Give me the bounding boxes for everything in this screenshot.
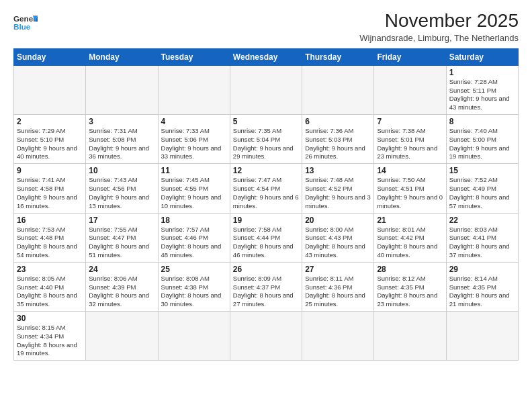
day-number: 3: [89, 117, 154, 126]
day-number: 6: [305, 117, 371, 126]
day-info: Sunrise: 7:57 AMSunset: 4:46 PMDaylight:…: [161, 226, 227, 260]
page: General Blue November 2025 Wijnandsrade,…: [0, 0, 532, 411]
calendar-cell: 5Sunrise: 7:35 AMSunset: 5:04 PMDaylight…: [230, 115, 302, 164]
calendar-cell: [158, 65, 230, 114]
day-info: Sunrise: 7:53 AMSunset: 4:48 PMDaylight:…: [17, 226, 83, 260]
day-number: 4: [161, 117, 227, 126]
day-info: Sunrise: 7:45 AMSunset: 4:55 PMDaylight:…: [161, 176, 227, 210]
day-info: Sunrise: 7:38 AMSunset: 5:01 PMDaylight:…: [377, 127, 443, 161]
day-info: Sunrise: 7:52 AMSunset: 4:49 PMDaylight:…: [449, 176, 515, 210]
weekday-header-row: SundayMondayTuesdayWednesdayThursdayFrid…: [14, 48, 519, 65]
day-number: 9: [17, 166, 83, 175]
week-row-2: 9Sunrise: 7:41 AMSunset: 4:58 PMDaylight…: [14, 164, 519, 213]
calendar-cell: 22Sunrise: 8:03 AMSunset: 4:41 PMDayligh…: [446, 213, 518, 262]
day-number: 2: [17, 117, 83, 126]
day-number: 15: [449, 166, 515, 175]
day-number: 20: [305, 216, 371, 225]
day-info: Sunrise: 8:06 AMSunset: 4:39 PMDaylight:…: [89, 275, 154, 309]
day-number: 21: [377, 216, 443, 225]
calendar-cell: [374, 65, 446, 114]
day-number: 28: [377, 265, 443, 274]
day-number: 18: [161, 216, 227, 225]
calendar-cell: 8Sunrise: 7:40 AMSunset: 5:00 PMDaylight…: [446, 115, 518, 164]
weekday-monday: Monday: [86, 48, 158, 65]
header: General Blue November 2025 Wijnandsrade,…: [13, 11, 519, 43]
day-number: 1: [449, 68, 515, 77]
weekday-sunday: Sunday: [14, 48, 86, 65]
day-number: 16: [17, 216, 83, 225]
day-number: 27: [305, 265, 371, 274]
day-info: Sunrise: 8:05 AMSunset: 4:40 PMDaylight:…: [17, 275, 83, 309]
day-info: Sunrise: 8:01 AMSunset: 4:42 PMDaylight:…: [377, 226, 443, 260]
day-info: Sunrise: 8:11 AMSunset: 4:36 PMDaylight:…: [305, 275, 371, 309]
day-info: Sunrise: 7:35 AMSunset: 5:04 PMDaylight:…: [233, 127, 299, 161]
weekday-saturday: Saturday: [446, 48, 518, 65]
day-info: Sunrise: 7:36 AMSunset: 5:03 PMDaylight:…: [305, 127, 371, 161]
day-number: 7: [377, 117, 443, 126]
calendar-cell: 10Sunrise: 7:43 AMSunset: 4:56 PMDayligh…: [86, 164, 158, 213]
day-info: Sunrise: 7:43 AMSunset: 4:56 PMDaylight:…: [89, 176, 154, 210]
calendar-cell: [158, 312, 230, 361]
day-number: 5: [233, 117, 299, 126]
day-info: Sunrise: 8:09 AMSunset: 4:37 PMDaylight:…: [233, 275, 299, 309]
day-info: Sunrise: 7:31 AMSunset: 5:08 PMDaylight:…: [89, 127, 154, 161]
day-info: Sunrise: 8:12 AMSunset: 4:35 PMDaylight:…: [377, 275, 443, 309]
day-number: 10: [89, 166, 154, 175]
subtitle: Wijnandsrade, Limburg, The Netherlands: [359, 33, 519, 43]
day-info: Sunrise: 8:15 AMSunset: 4:34 PMDaylight:…: [17, 324, 83, 358]
week-row-0: 1Sunrise: 7:28 AMSunset: 5:11 PMDaylight…: [14, 65, 519, 114]
day-number: 24: [89, 265, 154, 274]
week-row-1: 2Sunrise: 7:29 AMSunset: 5:10 PMDaylight…: [14, 115, 519, 164]
weekday-friday: Friday: [374, 48, 446, 65]
calendar-cell: 14Sunrise: 7:50 AMSunset: 4:51 PMDayligh…: [374, 164, 446, 213]
calendar-cell: 9Sunrise: 7:41 AMSunset: 4:58 PMDaylight…: [14, 164, 86, 213]
day-info: Sunrise: 8:08 AMSunset: 4:38 PMDaylight:…: [161, 275, 227, 309]
calendar-cell: 23Sunrise: 8:05 AMSunset: 4:40 PMDayligh…: [14, 262, 86, 311]
day-number: 11: [161, 166, 227, 175]
calendar-cell: 12Sunrise: 7:47 AMSunset: 4:54 PMDayligh…: [230, 164, 302, 213]
logo-icon: General Blue: [13, 11, 38, 35]
calendar-cell: 16Sunrise: 7:53 AMSunset: 4:48 PMDayligh…: [14, 213, 86, 262]
calendar-cell: 6Sunrise: 7:36 AMSunset: 5:03 PMDaylight…: [302, 115, 374, 164]
logo: General Blue: [13, 11, 38, 35]
calendar-cell: 2Sunrise: 7:29 AMSunset: 5:10 PMDaylight…: [14, 115, 86, 164]
week-row-4: 23Sunrise: 8:05 AMSunset: 4:40 PMDayligh…: [14, 262, 519, 311]
day-number: 14: [377, 166, 443, 175]
day-info: Sunrise: 7:47 AMSunset: 4:54 PMDaylight:…: [233, 176, 299, 210]
calendar-cell: 30Sunrise: 8:15 AMSunset: 4:34 PMDayligh…: [14, 312, 86, 361]
calendar-cell: 24Sunrise: 8:06 AMSunset: 4:39 PMDayligh…: [86, 262, 158, 311]
day-number: 25: [161, 265, 227, 274]
day-info: Sunrise: 7:40 AMSunset: 5:00 PMDaylight:…: [449, 127, 515, 161]
calendar-cell: 3Sunrise: 7:31 AMSunset: 5:08 PMDaylight…: [86, 115, 158, 164]
calendar-cell: 25Sunrise: 8:08 AMSunset: 4:38 PMDayligh…: [158, 262, 230, 311]
calendar-cell: 4Sunrise: 7:33 AMSunset: 5:06 PMDaylight…: [158, 115, 230, 164]
weekday-tuesday: Tuesday: [158, 48, 230, 65]
calendar: SundayMondayTuesdayWednesdayThursdayFrid…: [13, 48, 519, 361]
calendar-cell: [302, 65, 374, 114]
day-info: Sunrise: 7:58 AMSunset: 4:44 PMDaylight:…: [233, 226, 299, 260]
day-info: Sunrise: 8:14 AMSunset: 4:35 PMDaylight:…: [449, 275, 515, 309]
calendar-cell: [230, 312, 302, 361]
day-number: 30: [17, 314, 83, 323]
calendar-cell: 28Sunrise: 8:12 AMSunset: 4:35 PMDayligh…: [374, 262, 446, 311]
day-number: 26: [233, 265, 299, 274]
calendar-cell: [14, 65, 86, 114]
month-title: November 2025: [359, 11, 519, 32]
calendar-cell: 7Sunrise: 7:38 AMSunset: 5:01 PMDaylight…: [374, 115, 446, 164]
calendar-cell: 18Sunrise: 7:57 AMSunset: 4:46 PMDayligh…: [158, 213, 230, 262]
day-info: Sunrise: 8:03 AMSunset: 4:41 PMDaylight:…: [449, 226, 515, 260]
calendar-cell: [86, 65, 158, 114]
calendar-cell: [86, 312, 158, 361]
calendar-cell: [230, 65, 302, 114]
day-info: Sunrise: 7:55 AMSunset: 4:47 PMDaylight:…: [89, 226, 154, 260]
day-info: Sunrise: 7:48 AMSunset: 4:52 PMDaylight:…: [305, 176, 371, 210]
week-row-3: 16Sunrise: 7:53 AMSunset: 4:48 PMDayligh…: [14, 213, 519, 262]
calendar-cell: 20Sunrise: 8:00 AMSunset: 4:43 PMDayligh…: [302, 213, 374, 262]
day-info: Sunrise: 8:00 AMSunset: 4:43 PMDaylight:…: [305, 226, 371, 260]
calendar-cell: 19Sunrise: 7:58 AMSunset: 4:44 PMDayligh…: [230, 213, 302, 262]
calendar-cell: 13Sunrise: 7:48 AMSunset: 4:52 PMDayligh…: [302, 164, 374, 213]
calendar-cell: 29Sunrise: 8:14 AMSunset: 4:35 PMDayligh…: [446, 262, 518, 311]
day-info: Sunrise: 7:28 AMSunset: 5:11 PMDaylight:…: [449, 78, 515, 112]
calendar-cell: [446, 312, 518, 361]
title-area: November 2025 Wijnandsrade, Limburg, The…: [359, 11, 519, 43]
